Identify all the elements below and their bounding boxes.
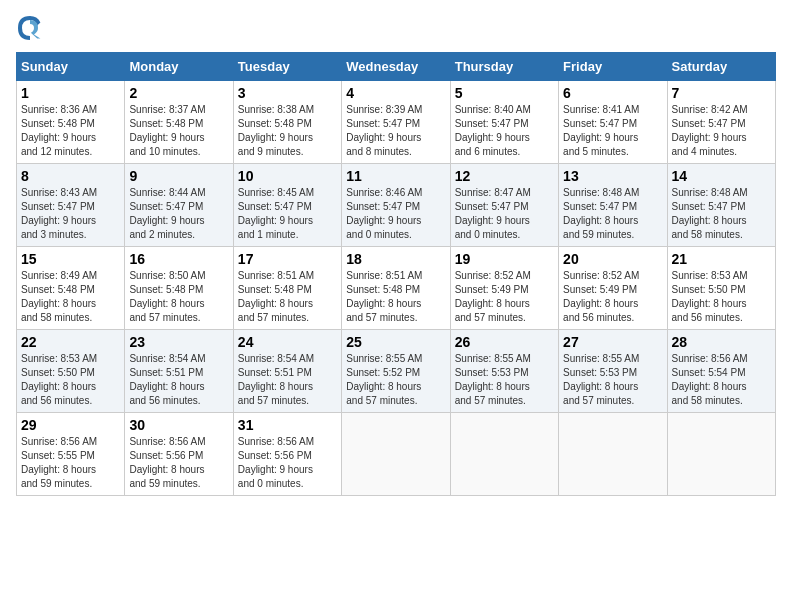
calendar-cell — [450, 413, 558, 496]
header — [16, 16, 776, 40]
day-info: Sunrise: 8:54 AM Sunset: 5:51 PM Dayligh… — [238, 352, 337, 408]
day-number: 2 — [129, 85, 228, 101]
day-number: 4 — [346, 85, 445, 101]
day-info: Sunrise: 8:49 AM Sunset: 5:48 PM Dayligh… — [21, 269, 120, 325]
calendar-cell: 13Sunrise: 8:48 AM Sunset: 5:47 PM Dayli… — [559, 164, 667, 247]
calendar-cell: 31Sunrise: 8:56 AM Sunset: 5:56 PM Dayli… — [233, 413, 341, 496]
calendar-cell: 14Sunrise: 8:48 AM Sunset: 5:47 PM Dayli… — [667, 164, 775, 247]
calendar-cell: 20Sunrise: 8:52 AM Sunset: 5:49 PM Dayli… — [559, 247, 667, 330]
day-info: Sunrise: 8:56 AM Sunset: 5:55 PM Dayligh… — [21, 435, 120, 491]
day-info: Sunrise: 8:51 AM Sunset: 5:48 PM Dayligh… — [346, 269, 445, 325]
calendar-cell: 19Sunrise: 8:52 AM Sunset: 5:49 PM Dayli… — [450, 247, 558, 330]
calendar-body: 1Sunrise: 8:36 AM Sunset: 5:48 PM Daylig… — [17, 81, 776, 496]
calendar-cell: 27Sunrise: 8:55 AM Sunset: 5:53 PM Dayli… — [559, 330, 667, 413]
day-info: Sunrise: 8:53 AM Sunset: 5:50 PM Dayligh… — [672, 269, 771, 325]
calendar-cell: 12Sunrise: 8:47 AM Sunset: 5:47 PM Dayli… — [450, 164, 558, 247]
day-info: Sunrise: 8:37 AM Sunset: 5:48 PM Dayligh… — [129, 103, 228, 159]
calendar-cell: 21Sunrise: 8:53 AM Sunset: 5:50 PM Dayli… — [667, 247, 775, 330]
calendar-week-4: 22Sunrise: 8:53 AM Sunset: 5:50 PM Dayli… — [17, 330, 776, 413]
calendar-cell: 4Sunrise: 8:39 AM Sunset: 5:47 PM Daylig… — [342, 81, 450, 164]
day-info: Sunrise: 8:52 AM Sunset: 5:49 PM Dayligh… — [563, 269, 662, 325]
weekday-header-friday: Friday — [559, 53, 667, 81]
day-number: 30 — [129, 417, 228, 433]
weekday-header-sunday: Sunday — [17, 53, 125, 81]
day-number: 14 — [672, 168, 771, 184]
day-number: 15 — [21, 251, 120, 267]
calendar-cell — [559, 413, 667, 496]
day-number: 9 — [129, 168, 228, 184]
calendar-cell: 26Sunrise: 8:55 AM Sunset: 5:53 PM Dayli… — [450, 330, 558, 413]
calendar-cell: 22Sunrise: 8:53 AM Sunset: 5:50 PM Dayli… — [17, 330, 125, 413]
calendar-week-2: 8Sunrise: 8:43 AM Sunset: 5:47 PM Daylig… — [17, 164, 776, 247]
day-info: Sunrise: 8:50 AM Sunset: 5:48 PM Dayligh… — [129, 269, 228, 325]
calendar: SundayMondayTuesdayWednesdayThursdayFrid… — [16, 52, 776, 496]
logo-icon — [18, 16, 42, 40]
calendar-week-3: 15Sunrise: 8:49 AM Sunset: 5:48 PM Dayli… — [17, 247, 776, 330]
day-info: Sunrise: 8:52 AM Sunset: 5:49 PM Dayligh… — [455, 269, 554, 325]
day-info: Sunrise: 8:43 AM Sunset: 5:47 PM Dayligh… — [21, 186, 120, 242]
day-number: 25 — [346, 334, 445, 350]
calendar-cell: 28Sunrise: 8:56 AM Sunset: 5:54 PM Dayli… — [667, 330, 775, 413]
day-info: Sunrise: 8:48 AM Sunset: 5:47 PM Dayligh… — [563, 186, 662, 242]
day-number: 5 — [455, 85, 554, 101]
weekday-header-thursday: Thursday — [450, 53, 558, 81]
day-info: Sunrise: 8:41 AM Sunset: 5:47 PM Dayligh… — [563, 103, 662, 159]
day-number: 11 — [346, 168, 445, 184]
calendar-cell: 18Sunrise: 8:51 AM Sunset: 5:48 PM Dayli… — [342, 247, 450, 330]
calendar-cell: 30Sunrise: 8:56 AM Sunset: 5:56 PM Dayli… — [125, 413, 233, 496]
day-info: Sunrise: 8:56 AM Sunset: 5:54 PM Dayligh… — [672, 352, 771, 408]
day-info: Sunrise: 8:42 AM Sunset: 5:47 PM Dayligh… — [672, 103, 771, 159]
day-info: Sunrise: 8:55 AM Sunset: 5:53 PM Dayligh… — [455, 352, 554, 408]
calendar-week-5: 29Sunrise: 8:56 AM Sunset: 5:55 PM Dayli… — [17, 413, 776, 496]
day-number: 19 — [455, 251, 554, 267]
day-number: 17 — [238, 251, 337, 267]
calendar-cell: 16Sunrise: 8:50 AM Sunset: 5:48 PM Dayli… — [125, 247, 233, 330]
day-number: 6 — [563, 85, 662, 101]
calendar-cell: 15Sunrise: 8:49 AM Sunset: 5:48 PM Dayli… — [17, 247, 125, 330]
calendar-cell: 1Sunrise: 8:36 AM Sunset: 5:48 PM Daylig… — [17, 81, 125, 164]
calendar-cell: 6Sunrise: 8:41 AM Sunset: 5:47 PM Daylig… — [559, 81, 667, 164]
day-number: 26 — [455, 334, 554, 350]
day-number: 16 — [129, 251, 228, 267]
day-info: Sunrise: 8:45 AM Sunset: 5:47 PM Dayligh… — [238, 186, 337, 242]
day-number: 22 — [21, 334, 120, 350]
calendar-cell: 24Sunrise: 8:54 AM Sunset: 5:51 PM Dayli… — [233, 330, 341, 413]
calendar-cell: 8Sunrise: 8:43 AM Sunset: 5:47 PM Daylig… — [17, 164, 125, 247]
day-info: Sunrise: 8:40 AM Sunset: 5:47 PM Dayligh… — [455, 103, 554, 159]
day-info: Sunrise: 8:51 AM Sunset: 5:48 PM Dayligh… — [238, 269, 337, 325]
weekday-header-row: SundayMondayTuesdayWednesdayThursdayFrid… — [17, 53, 776, 81]
day-info: Sunrise: 8:55 AM Sunset: 5:52 PM Dayligh… — [346, 352, 445, 408]
calendar-header: SundayMondayTuesdayWednesdayThursdayFrid… — [17, 53, 776, 81]
day-number: 23 — [129, 334, 228, 350]
calendar-cell: 23Sunrise: 8:54 AM Sunset: 5:51 PM Dayli… — [125, 330, 233, 413]
calendar-cell: 7Sunrise: 8:42 AM Sunset: 5:47 PM Daylig… — [667, 81, 775, 164]
calendar-cell — [667, 413, 775, 496]
day-info: Sunrise: 8:48 AM Sunset: 5:47 PM Dayligh… — [672, 186, 771, 242]
calendar-cell — [342, 413, 450, 496]
day-info: Sunrise: 8:39 AM Sunset: 5:47 PM Dayligh… — [346, 103, 445, 159]
day-number: 7 — [672, 85, 771, 101]
day-info: Sunrise: 8:53 AM Sunset: 5:50 PM Dayligh… — [21, 352, 120, 408]
weekday-header-tuesday: Tuesday — [233, 53, 341, 81]
day-info: Sunrise: 8:38 AM Sunset: 5:48 PM Dayligh… — [238, 103, 337, 159]
calendar-cell: 11Sunrise: 8:46 AM Sunset: 5:47 PM Dayli… — [342, 164, 450, 247]
day-info: Sunrise: 8:44 AM Sunset: 5:47 PM Dayligh… — [129, 186, 228, 242]
day-number: 1 — [21, 85, 120, 101]
calendar-cell: 10Sunrise: 8:45 AM Sunset: 5:47 PM Dayli… — [233, 164, 341, 247]
day-number: 10 — [238, 168, 337, 184]
day-number: 8 — [21, 168, 120, 184]
calendar-week-1: 1Sunrise: 8:36 AM Sunset: 5:48 PM Daylig… — [17, 81, 776, 164]
day-number: 24 — [238, 334, 337, 350]
calendar-cell: 17Sunrise: 8:51 AM Sunset: 5:48 PM Dayli… — [233, 247, 341, 330]
day-number: 18 — [346, 251, 445, 267]
day-number: 13 — [563, 168, 662, 184]
weekday-header-saturday: Saturday — [667, 53, 775, 81]
day-number: 3 — [238, 85, 337, 101]
logo — [16, 16, 42, 40]
day-info: Sunrise: 8:55 AM Sunset: 5:53 PM Dayligh… — [563, 352, 662, 408]
day-info: Sunrise: 8:56 AM Sunset: 5:56 PM Dayligh… — [129, 435, 228, 491]
day-number: 31 — [238, 417, 337, 433]
day-info: Sunrise: 8:56 AM Sunset: 5:56 PM Dayligh… — [238, 435, 337, 491]
day-info: Sunrise: 8:47 AM Sunset: 5:47 PM Dayligh… — [455, 186, 554, 242]
calendar-cell: 25Sunrise: 8:55 AM Sunset: 5:52 PM Dayli… — [342, 330, 450, 413]
